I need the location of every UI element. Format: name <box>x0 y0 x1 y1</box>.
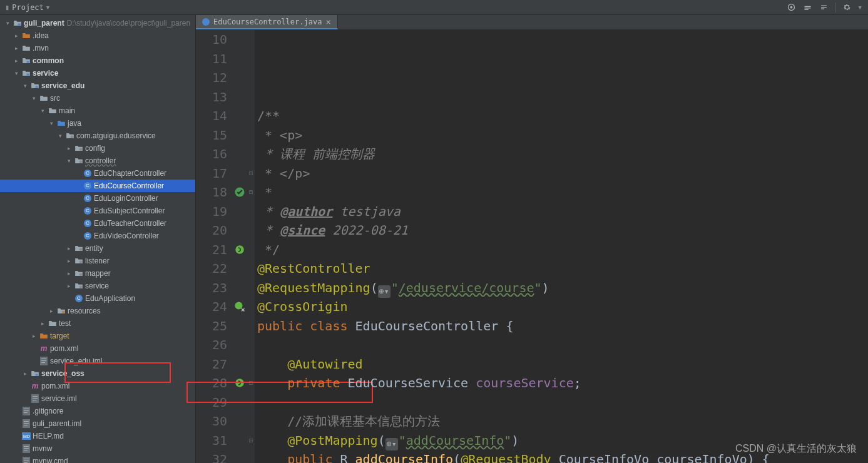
fold-icon[interactable] <box>247 68 255 88</box>
tree-node-help-md[interactable]: MDHELP.md <box>0 430 195 442</box>
gutter-icon[interactable] <box>232 374 247 393</box>
chevron-icon[interactable] <box>74 220 81 226</box>
tree-node-target[interactable]: ▸target <box>0 330 195 342</box>
chevron-icon[interactable] <box>21 395 29 402</box>
code-line-21[interactable]: public class EduCourseController { <box>257 317 868 336</box>
code-line-17[interactable]: */ <box>257 240 868 260</box>
gutter-icon[interactable] <box>232 30 247 49</box>
chevron-icon[interactable]: ▾ <box>13 70 20 76</box>
code-line-20[interactable]: @CrossOrigin <box>257 297 868 317</box>
tree-node-service-iml[interactable]: service.iml <box>0 392 195 405</box>
chevron-icon[interactable] <box>13 420 20 427</box>
gutter-icon[interactable] <box>232 278 247 298</box>
project-tool-label[interactable]: ▮ Project ▼ <box>0 3 54 12</box>
chevron-icon[interactable] <box>21 383 29 389</box>
code-line-14[interactable]: * <box>257 183 868 202</box>
locate-icon[interactable] <box>787 3 797 13</box>
chevron-icon[interactable]: ▾ <box>21 83 29 89</box>
chevron-icon[interactable]: ▾ <box>48 120 55 126</box>
gutter-icon[interactable] <box>232 431 247 450</box>
code-line-11[interactable]: * <p> <box>257 126 868 145</box>
code-line-18[interactable]: @RestController <box>257 259 868 278</box>
code-line-23[interactable]: @Autowired <box>257 355 868 374</box>
chevron-icon[interactable]: ▾ <box>65 158 73 164</box>
chevron-icon[interactable]: ▾ <box>30 95 38 101</box>
tree-node-test[interactable]: ▸test <box>0 317 195 330</box>
code-area[interactable]: /** * <p> * 课程 前端控制器 * </p> * * @author … <box>255 30 868 463</box>
tab-edu-course-controller[interactable]: EduCourseController.java × <box>196 15 338 29</box>
fold-icon[interactable] <box>247 240 255 260</box>
chevron-icon[interactable]: ▸ <box>21 370 29 377</box>
tree-node-service[interactable]: ▸service <box>0 280 195 292</box>
chevron-icon[interactable] <box>30 345 38 352</box>
gutter-icon[interactable] <box>232 393 247 412</box>
fold-icon[interactable] <box>247 30 255 49</box>
fold-icon[interactable] <box>247 297 255 317</box>
gutter-icon[interactable] <box>232 68 247 88</box>
gutter-icon[interactable] <box>232 335 247 355</box>
chevron-icon[interactable] <box>13 433 20 439</box>
tree-node-listener[interactable]: ▸listener <box>0 255 195 267</box>
fold-icon[interactable]: ⊟ <box>247 183 255 202</box>
tree-node--gitignore[interactable]: .gitignore <box>0 405 195 417</box>
code-line-12[interactable]: * 课程 前端控制器 <box>257 145 868 164</box>
tree-node-com-atguigu-eduservice[interactable]: ▾com.atguigu.eduservice <box>0 130 195 142</box>
tree-node-pom-xml[interactable]: mpom.xml <box>0 380 195 392</box>
tree-node-entity[interactable]: ▸entity <box>0 242 195 255</box>
code-line-24[interactable]: private EduCourseService courseService; <box>257 374 868 393</box>
fold-icon[interactable] <box>247 335 255 355</box>
code-editor[interactable]: 1011121314151617181920212223242526272829… <box>196 30 868 463</box>
tree-node-service_edu[interactable]: ▾service_edu <box>0 79 195 92</box>
gutter-icon[interactable] <box>232 297 247 317</box>
gutter-icon[interactable] <box>232 355 247 374</box>
fold-icon[interactable] <box>247 106 255 126</box>
chevron-icon[interactable] <box>74 233 81 239</box>
chevron-icon[interactable]: ▸ <box>65 145 73 151</box>
tree-node-edusubjectcontroller[interactable]: CEduSubjectController <box>0 205 195 217</box>
tree-node-service_edu-iml[interactable]: service_edu.iml <box>0 355 195 367</box>
tree-node-controller[interactable]: ▾controller <box>0 155 195 167</box>
chevron-icon[interactable]: ▸ <box>65 270 73 277</box>
tree-node-java[interactable]: ▾java <box>0 117 195 130</box>
fold-icon[interactable] <box>247 317 255 336</box>
code-line-25[interactable] <box>257 393 868 412</box>
chevron-icon[interactable] <box>13 408 20 414</box>
fold-icon[interactable] <box>247 355 255 374</box>
chevron-icon[interactable]: ▸ <box>65 258 73 264</box>
tree-node-edulogincontroller[interactable]: CEduLoginController <box>0 192 195 205</box>
chevron-icon[interactable] <box>30 358 38 364</box>
gutter-icon[interactable] <box>232 221 247 240</box>
gear-icon[interactable] <box>842 3 852 13</box>
code-line-10[interactable]: /** <box>257 106 868 126</box>
chevron-down-icon[interactable]: ▼ <box>859 4 862 11</box>
gutter-icon[interactable] <box>232 106 247 126</box>
fold-icon[interactable] <box>247 450 255 463</box>
tree-node--idea[interactable]: ▸.idea <box>0 29 195 42</box>
fold-icon[interactable] <box>247 145 255 164</box>
tree-node-main[interactable]: ▾main <box>0 104 195 117</box>
fold-icon[interactable] <box>247 49 255 69</box>
chevron-icon[interactable]: ▸ <box>13 45 20 51</box>
code-line-16[interactable]: * @since 2022-08-21 <box>257 221 868 240</box>
tree-node-eduvideocontroller[interactable]: CEduVideoController <box>0 230 195 242</box>
fold-icon[interactable] <box>247 259 255 278</box>
gutter-icon[interactable] <box>232 202 247 221</box>
gutter-icon[interactable] <box>232 49 247 69</box>
gutter-icon[interactable] <box>232 412 247 431</box>
gutter-icon[interactable] <box>232 183 247 202</box>
tree-node-educhaptercontroller[interactable]: CEduChapterController <box>0 167 195 180</box>
fold-icon[interactable] <box>247 126 255 145</box>
close-icon[interactable]: × <box>325 17 330 27</box>
chevron-icon[interactable]: ▾ <box>4 20 11 26</box>
tree-node-service_oss[interactable]: ▸service_oss <box>0 367 195 380</box>
chevron-icon[interactable] <box>13 458 20 463</box>
gutter-icon[interactable] <box>232 126 247 145</box>
fold-icon[interactable] <box>247 278 255 298</box>
fold-icon[interactable]: ⊟ <box>247 374 255 393</box>
tree-node-resources[interactable]: ▸resources <box>0 305 195 317</box>
chevron-icon[interactable] <box>74 183 81 189</box>
chevron-icon[interactable]: ▸ <box>30 333 38 339</box>
chevron-icon[interactable] <box>74 208 81 214</box>
fold-icon[interactable] <box>247 202 255 221</box>
gutter-icon[interactable] <box>232 317 247 336</box>
